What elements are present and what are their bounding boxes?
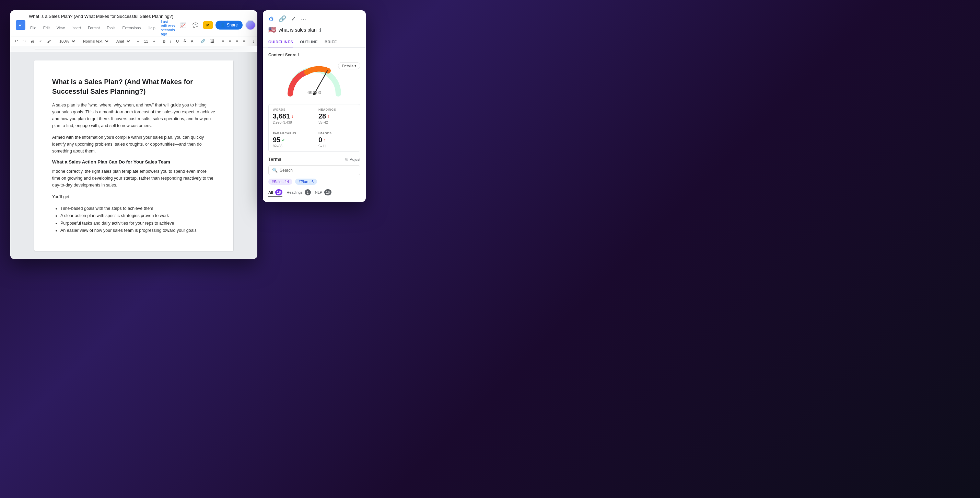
redo-button[interactable]: ↪ (21, 38, 27, 44)
stats-grid: WORDS 3,681 ↓ 2,990–3,438 HEADINGS 28 ↑ … (268, 104, 360, 152)
paragraphs-label: PARAGRAPHS (273, 131, 310, 135)
info-icon[interactable]: ℹ (320, 27, 321, 33)
menu-help[interactable]: Help (146, 25, 157, 30)
stat-images: IMAGES 0 ↑ 9–11 (314, 128, 360, 152)
words-range: 2,990–3,438 (273, 121, 310, 124)
justify-button[interactable]: ≡ (241, 38, 247, 44)
align-center-button[interactable]: ≡ (227, 38, 233, 44)
right-panel: ⚙ 🔗 ✓ ··· 🇺🇸 what is sales plan ℹ GUIDEL… (263, 10, 366, 202)
menu-format[interactable]: Format (86, 25, 101, 30)
menu-tools[interactable]: Tools (105, 25, 117, 30)
words-value: 3,681 ↓ (273, 112, 310, 120)
font-size-increase[interactable]: + (151, 38, 157, 44)
gauge-container: 69/100 Details ▾ (268, 59, 360, 101)
list-item-1: Time-based goals with the steps to achie… (60, 205, 215, 212)
images-value: 0 ↑ (318, 136, 356, 144)
more-icon[interactable]: ··· (301, 16, 306, 23)
svg-rect-3 (19, 26, 21, 26)
insert-image-button[interactable]: 🖼 (208, 38, 216, 44)
strikethrough-button[interactable]: S̶ (182, 38, 188, 44)
docs-window: What is a Sales Plan? (And What Makes fo… (10, 10, 257, 259)
paragraphs-check-icon: ✓ (282, 138, 285, 142)
settings-icon[interactable]: ⚙ (268, 15, 274, 23)
tag-plan[interactable]: #Plan - 6 (295, 179, 317, 185)
tags-row: #Sale - 14 #Plan - 6 (268, 179, 360, 185)
google-meet-icon: M (203, 21, 213, 29)
font-size-decrease[interactable]: − (135, 38, 141, 44)
underline-button[interactable]: U (174, 38, 180, 44)
tag-sale[interactable]: #Sale - 14 (268, 179, 292, 185)
doc-paragraph-3: If done correctly, the right sales plan … (52, 168, 215, 188)
docs-page[interactable]: What is a Sales Plan? (And What Makes fo… (34, 61, 233, 251)
line-spacing-button[interactable]: ↕ (251, 38, 256, 44)
paint-format-button[interactable]: 🖌 (45, 38, 52, 44)
headings-arrow-up-icon: ↑ (327, 114, 329, 119)
details-button[interactable]: Details ▾ (338, 62, 360, 69)
docs-logo-icon (16, 20, 25, 30)
panel-keyword-row: 🇺🇸 what is sales plan ℹ (263, 23, 366, 37)
chevron-down-icon: ▾ (355, 64, 356, 68)
tab-brief[interactable]: BRIEF (325, 37, 337, 47)
menu-view[interactable]: View (55, 25, 66, 30)
list-item-2: A clear action plan with specific strate… (60, 212, 215, 219)
comment-icon-btn[interactable]: 💬 (191, 20, 200, 30)
spellcheck-button[interactable]: ✓ (37, 38, 44, 44)
paragraphs-value: 95 ✓ (273, 136, 310, 144)
undo-button[interactable]: ↩ (13, 38, 19, 44)
adjust-button[interactable]: ⊞ Adjust (345, 157, 360, 161)
docs-toolbar: ↩ ↪ 🖨 ✓ 🖌 100% Normal text Arial − 11 + … (10, 36, 257, 46)
font-select[interactable]: Arial (114, 38, 131, 44)
panel-tabs: GUIDELINES OUTLINE BRIEF (263, 37, 366, 48)
link-button[interactable]: 🔗 (199, 38, 207, 44)
link-icon[interactable]: 🔗 (278, 15, 286, 23)
images-range: 9–11 (318, 144, 356, 148)
share-button[interactable]: 👤 Share (215, 21, 243, 30)
svg-rect-2 (19, 25, 22, 25)
print-button[interactable]: 🖨 (29, 38, 36, 44)
doc-subheading: What a Sales Action Plan Can Do for Your… (52, 160, 215, 164)
filter-all[interactable]: All 18 (268, 188, 282, 197)
flag-icon: 🇺🇸 (268, 26, 276, 34)
tab-outline[interactable]: OUTLINE (300, 37, 318, 47)
paragraphs-range: 82–98 (273, 144, 310, 148)
doc-list: Time-based goals with the steps to achie… (52, 205, 215, 234)
zoom-select[interactable]: 100% (57, 38, 76, 44)
menu-edit[interactable]: Edit (42, 25, 51, 30)
bold-button[interactable]: B (161, 38, 167, 44)
filter-nlp-badge: 16 (324, 189, 331, 195)
text-color-button[interactable]: A (189, 38, 195, 44)
check-circle-icon[interactable]: ✓ (291, 15, 296, 23)
font-size-display: 11 (142, 38, 150, 44)
style-select[interactable]: Normal text (80, 38, 110, 44)
docs-ruler (10, 46, 257, 52)
align-right-button[interactable]: ≡ (234, 38, 240, 44)
doc-paragraph-1: A sales plan is the "who, where, why, wh… (52, 102, 215, 129)
filter-nlp[interactable]: NLP 16 (315, 188, 331, 197)
filter-headings[interactable]: Headings 1 (286, 188, 311, 197)
terms-header: Terms ⊞ Adjust (268, 156, 360, 162)
search-input[interactable] (280, 168, 356, 173)
list-item-4: An easier view of how your sales team is… (60, 227, 215, 234)
chart-icon-btn[interactable]: 📈 (178, 20, 188, 30)
menu-file[interactable]: File (29, 25, 38, 30)
doc-main-heading: What is a Sales Plan? (And What Makes fo… (52, 77, 215, 96)
doc-paragraph-2: Armed with the information you'll compil… (52, 134, 215, 155)
menu-insert[interactable]: Insert (70, 25, 82, 30)
stat-words: WORDS 3,681 ↓ 2,990–3,438 (269, 104, 314, 128)
italic-button[interactable]: I (169, 38, 173, 44)
align-left-button[interactable]: ≡ (220, 38, 226, 44)
docs-title-text: What is a Sales Plan? (And What Makes fo… (29, 14, 175, 19)
stat-headings: HEADINGS 28 ↑ 35–42 (314, 104, 360, 128)
tab-guidelines[interactable]: GUIDELINES (268, 37, 293, 47)
keyword-text: what is sales plan (278, 27, 317, 33)
ruler-line (35, 49, 233, 49)
docs-content-area: What is a Sales Plan? (And What Makes fo… (10, 52, 257, 259)
filter-headings-badge: 1 (305, 189, 311, 195)
share-label: Share (227, 23, 238, 27)
words-label: WORDS (273, 108, 310, 111)
docs-menu-bar: File Edit View Insert Format Tools Exten… (29, 19, 175, 36)
terms-label: Terms (268, 156, 282, 162)
menu-extensions[interactable]: Extensions (121, 25, 142, 30)
score-info-icon[interactable]: ℹ (298, 53, 299, 57)
stat-paragraphs: PARAGRAPHS 95 ✓ 82–98 (269, 128, 314, 152)
